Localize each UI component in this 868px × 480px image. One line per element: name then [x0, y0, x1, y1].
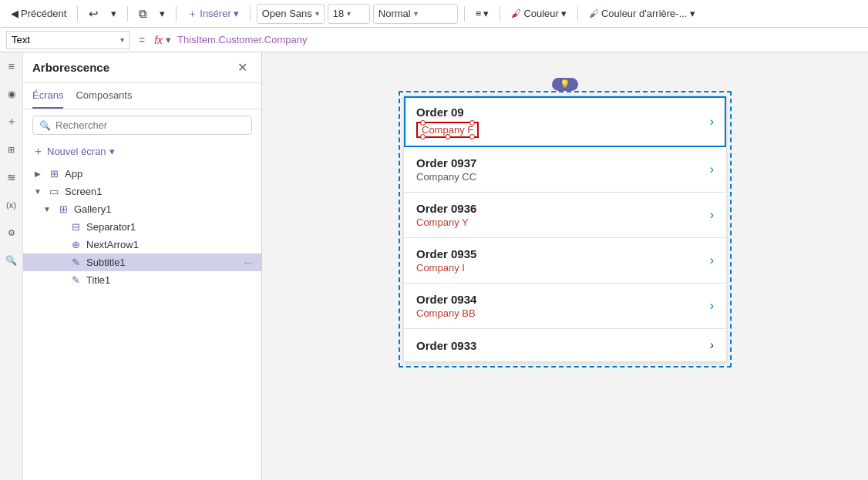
back-button[interactable]: ◀ Précédent — [6, 5, 71, 22]
gallery-item-5[interactable]: Order 0933 › — [404, 329, 726, 362]
tree: ▶ ⊞ App ▼ ▭ Screen1 ▼ ⊞ Gallery1 ⊟ Separ… — [23, 165, 261, 480]
new-screen-button[interactable]: ＋ Nouvel écran ▾ — [23, 141, 261, 162]
text-style-value: Normal — [378, 8, 411, 19]
tree-item-title1[interactable]: ✎ Title1 — [23, 271, 261, 289]
tree-label-gallery1: Gallery1 — [74, 203, 252, 215]
tree-label-separator1: Separator1 — [86, 221, 252, 233]
font-size-dropdown[interactable]: 18 ▾ — [328, 4, 370, 24]
gallery-arrow-2: › — [710, 208, 714, 222]
gallery-item-subtitle-4: Company BB — [416, 307, 710, 319]
chevron-sub1 — [54, 258, 65, 267]
chevron-gallery1: ▼ — [42, 205, 52, 213]
menu-icon[interactable]: ≡ — [4, 59, 19, 74]
tree-item-gallery1[interactable]: ▼ ⊞ Gallery1 — [23, 200, 261, 218]
tree-item-separator1[interactable]: ⊟ Separator1 — [23, 218, 261, 236]
content-area: 💡 Order 09 Company F — [262, 52, 868, 480]
chevron-arrow1 — [54, 240, 65, 249]
layers-icon[interactable]: ◉ — [4, 86, 19, 102]
gallery-item-4[interactable]: Order 0934 Company BB › — [404, 284, 726, 329]
close-button[interactable]: ✕ — [233, 59, 252, 76]
property-dropdown[interactable]: Text ▾ — [6, 31, 130, 49]
gallery-item-content-2: Order 0936 Company Y — [416, 202, 710, 228]
gallery-item-content-5: Order 0933 — [416, 339, 710, 352]
copy-button[interactable]: ⧉ — [134, 5, 152, 23]
tab-ecrans-label: Écrans — [32, 89, 63, 101]
arborescence-panel: Arborescence ✕ Écrans Composants 🔍 ＋ Nou… — [23, 52, 262, 480]
formula-expression[interactable]: ThisItem.Customer.Company — [177, 34, 862, 45]
undo-button[interactable]: ↩ — [84, 5, 103, 23]
search-icon[interactable]: 🔍 — [4, 253, 19, 268]
gallery-item-content-0: Order 09 Company F — [416, 106, 710, 138]
tree-item-app[interactable]: ▶ ⊞ App — [23, 165, 261, 183]
bg-color-label: Couleur d'arrière-... — [601, 8, 688, 19]
chevron-down-icon-3: ▾ — [234, 8, 239, 19]
new-screen-label: Nouvel écran — [47, 146, 106, 157]
arrow-icon: ⊕ — [69, 239, 82, 250]
text-icon-2: ✎ — [69, 274, 82, 286]
copy-icon: ⧉ — [139, 7, 147, 21]
gallery-arrow-1: › — [710, 163, 714, 176]
tab-ecrans[interactable]: Écrans — [32, 83, 63, 109]
copy-dropdown-button[interactable]: ▾ — [155, 5, 170, 22]
chevron-down-icon-4: ▾ — [315, 9, 319, 18]
separator-4 — [250, 6, 251, 22]
separator-icon: ⊟ — [69, 221, 82, 233]
gallery-item-title-5: Order 0933 — [416, 339, 710, 352]
tree-label-app: App — [65, 168, 252, 180]
fx-icon: fx — [154, 34, 163, 46]
gallery-arrow-4: › — [710, 299, 714, 313]
main-layout: ≡ ◉ ＋ ⊞ ≋ (x) ⚙ 🔍 Arborescence ✕ Écrans … — [0, 52, 868, 480]
gallery-item-1[interactable]: Order 0937 Company CC › — [404, 147, 726, 193]
tree-item-subtitle1[interactable]: ✎ Subtitle1 ··· — [23, 253, 261, 271]
separator-2 — [127, 6, 128, 22]
separator-7 — [577, 6, 578, 22]
fx-selector[interactable]: fx ▾ — [154, 34, 171, 46]
arbo-header-left: Arborescence — [32, 61, 109, 74]
align-button[interactable]: ≡ ▾ — [471, 5, 494, 22]
insert-button[interactable]: ＋ Insérer ▾ — [183, 5, 243, 23]
chevron-app: ▶ — [32, 170, 43, 178]
left-sidebar-icons: ≡ ◉ ＋ ⊞ ≋ (x) ⚙ 🔍 — [0, 52, 23, 480]
lines-icon[interactable]: ≋ — [4, 170, 19, 185]
color-label: Couleur — [523, 8, 559, 19]
tab-composants[interactable]: Composants — [76, 83, 132, 109]
undo-dropdown-button[interactable]: ▾ — [106, 5, 121, 22]
toolbar: ◀ Précédent ↩ ▾ ⧉ ▾ ＋ Insérer ▾ Open San… — [0, 0, 868, 28]
color-button[interactable]: 🖌 Couleur ▾ — [506, 5, 571, 22]
chevron-down-icon-8: ▾ — [561, 8, 567, 19]
gallery-item-title-1: Order 0937 — [416, 156, 710, 170]
separator-3 — [176, 6, 177, 22]
gallery-item-0[interactable]: 💡 Order 09 Company F — [404, 96, 726, 147]
chevron-title1 — [54, 276, 65, 284]
app-icon: ⊞ — [48, 168, 60, 180]
search-input[interactable] — [56, 119, 245, 131]
grid-icon[interactable]: ⊞ — [4, 142, 19, 157]
gallery-item-2[interactable]: Order 0936 Company Y › — [404, 193, 726, 238]
font-family-dropdown[interactable]: Open Sans ▾ — [257, 4, 325, 24]
settings-icon[interactable]: ⚙ — [4, 225, 19, 240]
gallery-item-content-3: Order 0935 Company I — [416, 247, 710, 274]
add-icon[interactable]: ＋ — [4, 114, 19, 129]
subtitle-edit-box[interactable]: Company F — [416, 122, 479, 138]
undo-icon: ↩ — [89, 7, 99, 21]
subtitle-edit-container: Company F — [416, 122, 479, 138]
chevron-down-icon-new: ▾ — [109, 146, 115, 157]
gallery-item-title-0: Order 09 — [416, 106, 464, 119]
text-style-dropdown[interactable]: Normal ▾ — [373, 4, 458, 24]
separator-6 — [500, 6, 500, 22]
bg-color-button[interactable]: 🖌 Couleur d'arrière-... ▾ — [584, 5, 700, 22]
gallery-item-subtitle-1: Company CC — [416, 171, 710, 183]
variable-icon[interactable]: (x) — [4, 197, 19, 213]
gallery-item-3[interactable]: Order 0935 Company I › — [404, 238, 726, 284]
tree-item-screen1[interactable]: ▼ ▭ Screen1 — [23, 183, 261, 200]
handle-bl — [420, 134, 426, 139]
back-label: Précédent — [21, 8, 66, 19]
insert-label: Insérer — [200, 8, 230, 19]
font-family-value: Open Sans — [262, 8, 312, 19]
gallery-item-title-4: Order 0934 — [416, 293, 710, 306]
tree-item-nextarrow1[interactable]: ⊕ NextArrow1 — [23, 236, 261, 253]
ellipsis-button[interactable]: ··· — [244, 257, 252, 268]
lightbulb-icon: 💡 — [560, 79, 570, 89]
chevron-down-icon-7: ▾ — [483, 8, 489, 19]
equals-sign: = — [136, 34, 148, 46]
